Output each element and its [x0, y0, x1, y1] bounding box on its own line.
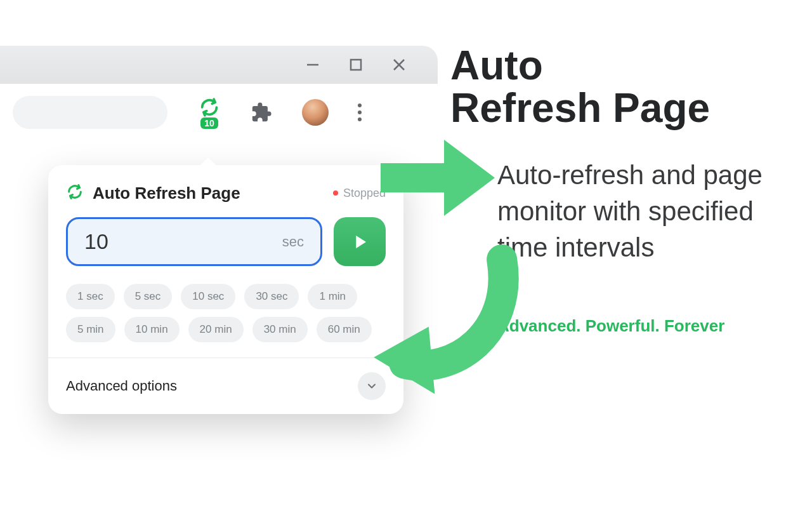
popup-title: Auto Refresh Page	[93, 184, 240, 203]
svg-rect-1	[351, 60, 361, 70]
extension-badge: 10	[200, 117, 218, 129]
preset-chip[interactable]: 5 min	[66, 317, 115, 342]
interval-value: 10	[84, 229, 108, 254]
status-dot-icon	[333, 190, 338, 196]
interval-input[interactable]: 10 sec	[66, 217, 322, 266]
decorative-arrow-icon	[362, 241, 520, 400]
hero-subtitle: Auto-refresh and page monitor with speci…	[497, 157, 780, 265]
hero-tagline: Advanced. Powerful. Forever	[497, 316, 780, 336]
preset-chip[interactable]: 30 sec	[244, 284, 299, 309]
interval-unit: sec	[282, 234, 304, 250]
preset-list: 1 sec 5 sec 10 sec 30 sec 1 min 5 min 10…	[66, 284, 386, 342]
preset-chip[interactable]: 5 sec	[124, 284, 173, 309]
browser-menu-icon[interactable]	[358, 104, 362, 121]
hero-title: Auto Refresh Page	[450, 44, 780, 130]
advanced-options-toggle[interactable]: Advanced options	[48, 358, 403, 414]
preset-chip[interactable]: 30 min	[252, 317, 308, 342]
address-bar[interactable]	[13, 96, 167, 129]
preset-chip[interactable]: 1 sec	[66, 284, 115, 309]
refresh-icon	[198, 96, 221, 119]
extensions-menu-icon[interactable]	[250, 101, 273, 124]
preset-chip[interactable]: 20 min	[188, 317, 244, 342]
window-titlebar	[0, 46, 438, 84]
profile-avatar[interactable]	[302, 99, 329, 126]
extension-icon[interactable]: 10	[198, 96, 221, 129]
preset-chip[interactable]: 1 min	[308, 284, 357, 309]
browser-toolbar: 10	[0, 84, 438, 141]
minimize-button[interactable]	[306, 58, 320, 72]
browser-window: 10	[0, 46, 438, 141]
preset-chip[interactable]: 10 min	[124, 317, 180, 342]
close-button[interactable]	[392, 58, 406, 72]
maximize-button[interactable]	[349, 58, 363, 72]
refresh-icon	[66, 183, 84, 203]
advanced-options-label: Advanced options	[66, 378, 177, 394]
decorative-arrow-icon	[374, 127, 501, 229]
preset-chip[interactable]: 10 sec	[181, 284, 235, 309]
extension-popup: Auto Refresh Page Stopped 10 sec 1 sec 5…	[48, 165, 403, 414]
